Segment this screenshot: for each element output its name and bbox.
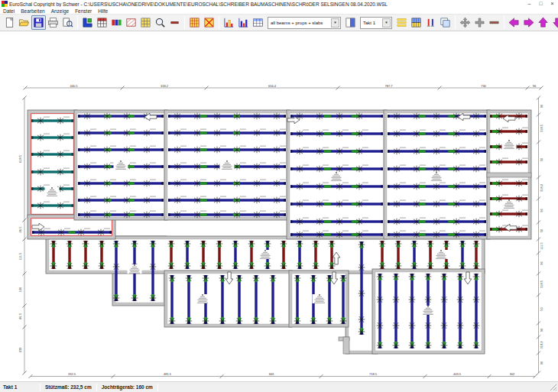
- formwork-grid-icon: [96, 17, 108, 28]
- svg-text:718.5: 718.5: [369, 372, 378, 376]
- svg-text:440.5: 440.5: [70, 84, 78, 88]
- view-filter-combobox[interactable]: all beams + props + slabs▼: [268, 17, 341, 29]
- zoom-lens-button[interactable]: [153, 15, 167, 30]
- copy-view-icon: [440, 17, 451, 28]
- takt-select-combobox[interactable]: Takt 1▼: [360, 17, 392, 29]
- floor-plan: 440.5318.2656.4787.773496332.5481.566371…: [18, 84, 543, 379]
- status-jochtraeger: Jochträgerab: 160 cm: [97, 384, 157, 390]
- euroschal-window: EuroSchal Copyright by Schwer - C:\USERS…: [0, 0, 558, 392]
- open-file-button[interactable]: [17, 15, 31, 30]
- deck-grid-button[interactable]: [409, 15, 423, 30]
- minimize-button[interactable]: –: [524, 0, 535, 8]
- status-separator: [157, 384, 158, 391]
- svg-text:46.5: 46.5: [18, 313, 22, 319]
- menu-bar: DateiBearbeitenAnzeigeFensterHilfe: [0, 8, 558, 15]
- print-icon: [47, 17, 59, 28]
- prop-pins-button[interactable]: [423, 15, 438, 30]
- stock-grid-icon: [189, 17, 200, 28]
- zoom-out-button[interactable]: [487, 15, 501, 30]
- pan-left-button[interactable]: [507, 15, 521, 30]
- layer-stripes-button[interactable]: [394, 15, 409, 30]
- open-file-icon: [18, 17, 30, 28]
- plan-view-icon: [82, 17, 93, 28]
- maximize-button[interactable]: □: [535, 0, 547, 8]
- pan-right-icon: [523, 17, 534, 28]
- stock-clear-button[interactable]: [202, 15, 216, 30]
- toolbar-separator: [184, 16, 185, 29]
- svg-text:618.5: 618.5: [18, 154, 22, 163]
- menu-item-hilfe[interactable]: Hilfe: [95, 8, 111, 14]
- result-table-button[interactable]: [251, 15, 265, 30]
- stock-clear-icon: [203, 17, 215, 28]
- close-button[interactable]: ×: [547, 0, 558, 8]
- svg-text:656.4: 656.4: [268, 84, 277, 88]
- svg-text:318.5: 318.5: [540, 124, 543, 132]
- formwork-grid-button[interactable]: [95, 15, 109, 30]
- slab-section-button[interactable]: [124, 15, 138, 30]
- app-icon: [2, 1, 8, 7]
- drawing-area[interactable]: 440.5318.2656.4787.773496332.5481.566371…: [0, 31, 558, 381]
- pan-right-button[interactable]: [521, 15, 536, 30]
- new-file-icon: [4, 17, 15, 28]
- takt-select-value: Takt 1: [363, 21, 381, 25]
- pan-up-button[interactable]: [536, 15, 550, 30]
- slab-colors-button[interactable]: [109, 15, 124, 30]
- panel-grid-icon: [140, 17, 151, 28]
- svg-text:96: 96: [540, 328, 543, 332]
- pan-down-button[interactable]: [550, 15, 558, 30]
- new-file-button[interactable]: [2, 15, 17, 30]
- resize-grip[interactable]: [550, 384, 557, 391]
- measure-line-button[interactable]: [167, 15, 182, 30]
- menu-item-bearbeiten[interactable]: Bearbeiten: [18, 8, 47, 14]
- pan-view-icon: [459, 17, 471, 28]
- menu-item-datei[interactable]: Datei: [0, 8, 18, 14]
- svg-text:332.5: 332.5: [68, 372, 76, 376]
- toolbar-separator: [455, 16, 456, 29]
- takt-assign-button[interactable]: [343, 15, 358, 30]
- save-button[interactable]: [31, 15, 46, 30]
- save-icon: [33, 17, 44, 28]
- print-preview-icon: [62, 17, 73, 28]
- svg-text:166: 166: [18, 287, 22, 292]
- toolbar: all beams + props + slabs▼Takt 1▼: [0, 15, 558, 31]
- svg-text:318.2: 318.2: [540, 341, 543, 349]
- svg-text:443.5: 443.5: [453, 372, 462, 376]
- toolbar-separator: [504, 16, 504, 29]
- chevron-down-icon[interactable]: ▼: [382, 18, 391, 28]
- measure-line-icon: [169, 17, 180, 28]
- chart-props-icon: [238, 17, 249, 28]
- svg-text:318.5: 318.5: [540, 280, 543, 288]
- svg-text:50: 50: [540, 228, 543, 232]
- zoom-in-button[interactable]: [472, 15, 487, 30]
- stock-grid-button[interactable]: [187, 15, 202, 30]
- svg-text:318.2: 318.2: [161, 84, 169, 88]
- menu-item-anzeige[interactable]: Anzeige: [48, 8, 73, 14]
- print-preview-button[interactable]: [60, 15, 75, 30]
- print-button[interactable]: [46, 15, 60, 30]
- pan-down-icon: [552, 17, 558, 28]
- panel-grid-button[interactable]: [138, 15, 153, 30]
- chart-material-button[interactable]: [222, 15, 236, 30]
- takt-assign-icon: [345, 17, 356, 28]
- chevron-down-icon[interactable]: ▼: [331, 18, 339, 28]
- prop-pins-icon: [425, 17, 436, 28]
- status-bar: Takt 1 Stützmaß: 232,5 cm Jochträgerab: …: [0, 381, 558, 392]
- svg-text:96: 96: [540, 104, 543, 108]
- toolbar-separator: [219, 16, 219, 29]
- chart-props-button[interactable]: [236, 15, 251, 30]
- floor-plan-svg: 440.5318.2656.4787.773496332.5481.566371…: [0, 31, 558, 381]
- copy-view-button[interactable]: [438, 15, 453, 30]
- svg-text:239: 239: [18, 347, 22, 352]
- svg-text:318.2: 318.2: [540, 183, 543, 192]
- menu-item-fenster[interactable]: Fenster: [72, 8, 95, 14]
- window-controls: – □ ×: [524, 0, 558, 8]
- title-bar: EuroSchal Copyright by Schwer - C:\USERS…: [0, 0, 558, 8]
- zoom-in-icon: [474, 17, 485, 28]
- svg-text:111.5: 111.5: [540, 242, 543, 250]
- svg-text:481.5: 481.5: [164, 372, 172, 376]
- deck-grid-icon: [410, 17, 422, 28]
- status-stuetzmass: Stützmaß: 232,5 cm: [41, 384, 96, 390]
- pan-view-button[interactable]: [458, 15, 472, 30]
- plan-view-button[interactable]: [80, 15, 95, 30]
- zoom-out-icon: [488, 17, 500, 28]
